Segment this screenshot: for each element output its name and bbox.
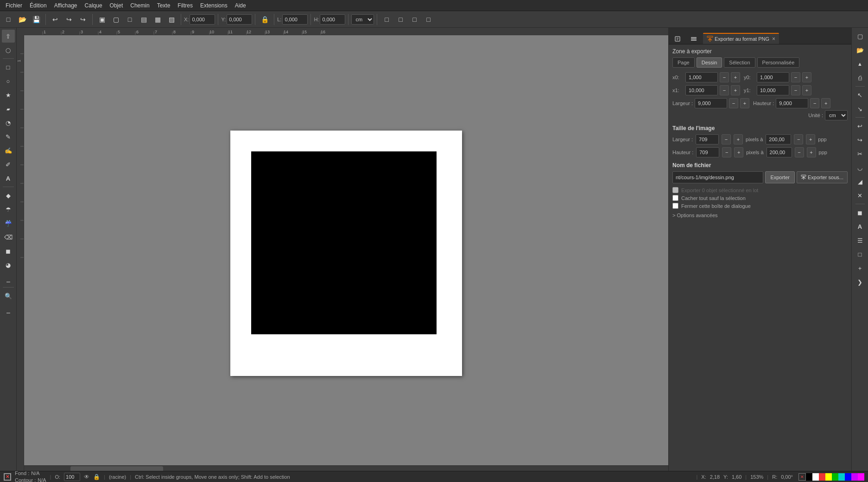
menu-edition[interactable]: Édition	[26, 1, 51, 10]
redo2-button[interactable]: ↪	[76, 13, 89, 26]
horizontal-scrollbar[interactable]	[24, 465, 668, 471]
menu-fichier[interactable]: Fichier	[2, 1, 26, 10]
opacity-input[interactable]	[64, 473, 80, 481]
canvas-area[interactable]: 1 2 3 4 5 6 7 8 9	[17, 28, 668, 471]
filename-input[interactable]	[672, 171, 763, 183]
palette-blue[interactable]	[845, 473, 851, 481]
ppp-input2[interactable]	[767, 147, 792, 157]
palette-none[interactable]: ✕	[798, 473, 806, 481]
measure-tool[interactable]: ⎯	[2, 303, 15, 316]
save-button[interactable]: 💾	[30, 13, 43, 26]
eraser-tool[interactable]: ⌫	[2, 231, 15, 244]
hauteur-px-plus[interactable]: +	[734, 147, 743, 157]
largeur-px-plus[interactable]: +	[734, 134, 743, 144]
open-button[interactable]: 📂	[16, 13, 29, 26]
export-sub-button[interactable]: Exporter sous...	[797, 171, 848, 183]
fill-stroke-icon[interactable]: ◼	[854, 206, 867, 219]
ppp1-plus[interactable]: +	[806, 134, 815, 144]
hauteur-minus[interactable]: −	[810, 98, 819, 108]
unit-select[interactable]: cm mm px in	[351, 14, 374, 25]
y0-minus[interactable]: −	[791, 72, 800, 82]
lock-status-icon[interactable]: 🔒	[93, 474, 100, 480]
align-icon[interactable]: ☰	[854, 234, 867, 247]
x1-plus[interactable]: +	[731, 85, 740, 95]
tab-xml[interactable]	[671, 33, 686, 44]
zoom-fit-button[interactable]: ▣	[95, 13, 108, 26]
paint-tool[interactable]: ☔	[2, 217, 15, 230]
palette-red[interactable]	[819, 473, 825, 481]
text-tool[interactable]: A	[2, 172, 15, 185]
no-fill-indicator[interactable]: ✕	[4, 473, 11, 481]
y1-input[interactable]	[757, 85, 789, 95]
close-dialog-checkbox[interactable]	[672, 203, 678, 209]
largeur-px-minus[interactable]: −	[722, 134, 731, 144]
calligraph-tool[interactable]: ✐	[2, 158, 15, 171]
menu-calque[interactable]: Calque	[81, 1, 106, 10]
open-doc-icon[interactable]: 📂	[854, 44, 867, 56]
snap-btn3[interactable]: □	[408, 13, 421, 26]
fill-tool[interactable]: ◼	[2, 244, 15, 257]
zone-tab-page[interactable]: Page	[672, 57, 695, 68]
unit-select-export[interactable]: cm mm px in	[825, 110, 848, 120]
x1-minus[interactable]: −	[720, 85, 729, 95]
connector-tool[interactable]: ⎯	[2, 272, 15, 285]
paste-icon[interactable]: ◢	[854, 175, 867, 188]
new-button[interactable]: □	[2, 13, 15, 26]
blur-tool[interactable]: ◕	[2, 258, 15, 271]
tab-export-close[interactable]: ×	[772, 36, 775, 42]
eye-icon[interactable]: 👁	[84, 474, 89, 480]
h-input[interactable]	[320, 14, 345, 25]
snap-btn4[interactable]: □	[422, 13, 435, 26]
x0-input[interactable]	[685, 72, 718, 82]
ppp2-minus[interactable]: −	[795, 147, 804, 157]
zoom-page-button[interactable]: ▢	[109, 13, 122, 26]
copy-icon[interactable]: ◡	[854, 161, 867, 174]
hauteur-px-input[interactable]	[696, 147, 719, 157]
drawing-object[interactable]	[251, 151, 437, 334]
chevron-right-icon[interactable]: ❯	[854, 275, 867, 288]
zone-tab-personnalisee[interactable]: Personnalisée	[757, 57, 800, 68]
menu-extensions[interactable]: Extensions	[196, 1, 231, 10]
import-icon[interactable]: ↖	[854, 88, 867, 101]
rect-tool[interactable]: □	[2, 61, 15, 74]
layer-display[interactable]: (racine)	[109, 474, 126, 480]
spiral-tool[interactable]: ◔	[2, 116, 15, 129]
zone-tab-selection[interactable]: Sélection	[724, 57, 755, 68]
batch-checkbox[interactable]	[672, 187, 678, 193]
circle-tool[interactable]: ○	[2, 75, 15, 88]
y1-minus[interactable]: −	[791, 85, 800, 95]
x0-minus[interactable]: −	[720, 72, 729, 82]
hauteur-px-minus[interactable]: −	[722, 147, 731, 157]
zoom-sel-button[interactable]: □	[123, 13, 136, 26]
gradient-tool[interactable]: ◆	[2, 189, 15, 202]
x-input[interactable]	[190, 14, 215, 25]
menu-texte[interactable]: Texte	[153, 1, 174, 10]
palette-black[interactable]	[806, 473, 812, 481]
menu-aide[interactable]: Aide	[231, 1, 250, 10]
y0-input[interactable]	[757, 72, 789, 82]
transform-icon[interactable]: □	[854, 248, 867, 261]
menu-filtres[interactable]: Filtres	[174, 1, 196, 10]
largeur-plus[interactable]: +	[740, 98, 749, 108]
menu-affichage[interactable]: Affichage	[51, 1, 81, 10]
hide-checkbox[interactable]	[672, 195, 678, 201]
select-tool[interactable]: ⇧	[2, 30, 15, 43]
arrange3-button[interactable]: ▨	[165, 13, 178, 26]
zoom-tool[interactable]: 🔍	[2, 289, 15, 302]
largeur-minus[interactable]: −	[729, 98, 738, 108]
largeur-input[interactable]	[695, 98, 727, 108]
undo-r-icon[interactable]: ↩	[854, 119, 867, 132]
tab-layers[interactable]	[687, 33, 702, 44]
redo-r-icon[interactable]: ↪	[854, 133, 867, 146]
delete-icon[interactable]: ✕	[854, 189, 867, 202]
hauteur-input[interactable]	[776, 98, 808, 108]
canvas-content[interactable]	[24, 35, 668, 471]
x0-plus[interactable]: +	[731, 72, 740, 82]
x1-input[interactable]	[685, 85, 718, 95]
ppp-input1[interactable]	[766, 134, 791, 144]
zoom-in-icon[interactable]: +	[854, 262, 867, 275]
snap-btn2[interactable]: □	[394, 13, 407, 26]
text-format-icon[interactable]: A	[854, 220, 867, 233]
export-icon[interactable]: ↘	[854, 102, 867, 115]
zone-tab-dessin[interactable]: Dessin	[697, 57, 722, 68]
